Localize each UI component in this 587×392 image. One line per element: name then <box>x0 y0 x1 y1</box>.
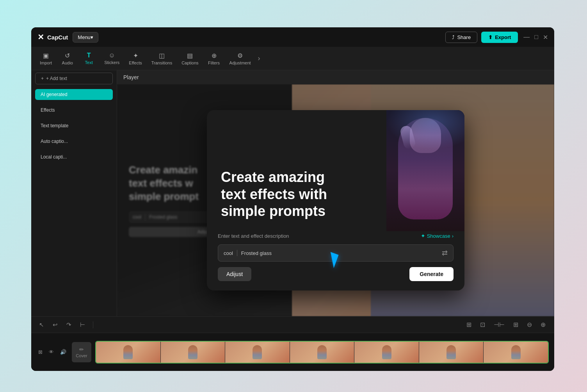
cover-label: Cover <box>76 353 87 358</box>
link-button[interactable]: ⊡ <box>477 319 488 330</box>
cover-icon: ✏ <box>79 346 84 353</box>
local-caption-label: Local capti... <box>41 154 67 160</box>
toolbar-item-filters[interactable]: ⊕ Filters <box>203 50 225 68</box>
video-frame-7 <box>484 342 548 363</box>
effects-sidebar-label: Effects <box>41 107 55 113</box>
player-header: Player <box>117 70 554 84</box>
cover-button[interactable]: ✏ Cover <box>72 342 91 362</box>
share-button[interactable]: ⤴ Share <box>445 32 477 43</box>
track-audio-button[interactable]: 🔊 <box>59 348 68 356</box>
undo-button[interactable]: ↩ <box>50 320 60 330</box>
transitions-icon: ◫ <box>159 52 165 59</box>
toolbar-item-audio[interactable]: ↺ Audio <box>57 50 78 68</box>
player-title: Player <box>123 74 139 80</box>
zoom-in-button[interactable]: ⊕ <box>537 319 549 330</box>
maximize-button[interactable]: □ <box>534 34 538 41</box>
video-frame-1 <box>96 342 161 363</box>
player-canvas: Create amazin text effects w simple prom… <box>117 84 554 316</box>
left-sidebar: + + Add text AI generated Effects Text t… <box>31 70 117 316</box>
sparkle-icon: ✦ <box>421 233 425 239</box>
title-bar: ✕ CapCut Menu▾ ⤴ Share ⬆ Export — □ ✕ <box>31 27 554 47</box>
capcut-logo-icon: ✕ <box>37 32 44 42</box>
modal-left: Create amazing text effects with simple … <box>207 110 386 231</box>
timeline-track-area: ⊠ 👁 🔊 ✏ Cover <box>31 333 554 371</box>
track-visibility-button[interactable]: 👁 <box>47 348 55 356</box>
share-icon: ⤴ <box>452 34 455 40</box>
select-tool-button[interactable]: ↖ <box>37 320 46 330</box>
auto-caption-button[interactable]: Auto captio... <box>35 136 113 147</box>
toolbar-item-transitions[interactable]: ◫ Transitions <box>147 50 177 68</box>
generate-label: Generate <box>420 271 443 277</box>
logo-text: CapCut <box>47 34 68 41</box>
audio-icon: ↺ <box>65 52 70 59</box>
video-frame-4 <box>290 342 355 363</box>
shuffle-icon: ⇄ <box>442 249 448 257</box>
import-label: Import <box>40 61 52 65</box>
text-template-button[interactable]: Text template <box>35 120 113 131</box>
toolbar-item-effects[interactable]: ✦ Effects <box>124 50 146 68</box>
window-controls: — □ ✕ <box>523 34 548 41</box>
action-row: Adijust Generate <box>218 267 454 281</box>
video-frame-6 <box>419 342 484 363</box>
add-text-button[interactable]: + + Add text <box>35 73 113 84</box>
export-button[interactable]: ⬆ Export <box>481 32 518 43</box>
close-button[interactable]: ✕ <box>543 34 548 41</box>
zoom-out-button[interactable]: ⊖ <box>524 319 535 330</box>
toolbar-item-adjustment[interactable]: ⚙ Adjustment <box>225 50 256 68</box>
input-tag: cool <box>224 250 233 256</box>
modal-subtext-row: Enter text and effect description ✦ Show… <box>218 231 454 239</box>
filters-icon: ⊕ <box>212 52 217 59</box>
add-text-label: + Add text <box>46 76 67 81</box>
export-icon: ⬆ <box>488 34 493 40</box>
stickers-icon: ☺ <box>109 52 115 59</box>
video-strip[interactable] <box>95 341 549 363</box>
filters-label: Filters <box>208 61 220 65</box>
effects-icon: ✦ <box>133 52 138 59</box>
import-icon: ▣ <box>43 52 49 59</box>
audio-label: Audio <box>62 61 73 65</box>
video-frame-3 <box>225 342 290 363</box>
text-icon: T <box>87 52 91 59</box>
captions-icon: ▤ <box>187 52 193 59</box>
toolbar-item-text[interactable]: T Text <box>78 50 100 67</box>
track-controls: ⊠ 👁 🔊 <box>37 348 68 356</box>
video-frame-2 <box>161 342 226 363</box>
input-value: Frosted glass <box>241 250 438 256</box>
input-divider <box>237 250 237 256</box>
fit-button[interactable]: ⊞ <box>463 319 475 330</box>
effects-sidebar-button[interactable]: Effects <box>35 105 113 116</box>
local-caption-button[interactable]: Local capti... <box>35 151 113 162</box>
align-button[interactable]: ⊣⊢ <box>491 319 508 330</box>
text-template-label: Text template <box>41 123 68 128</box>
shuffle-button[interactable]: ⇄ <box>442 249 448 257</box>
menu-button[interactable]: Menu▾ <box>73 32 98 43</box>
timeline-area: ↖ ↩ ↷ ⊢ ⊞ ⊡ ⊣⊢ ⊞ ⊖ ⊕ ⊠ 👁 🔊 ✏ Cove <box>31 316 554 371</box>
ai-generated-button[interactable]: AI generated <box>35 89 113 100</box>
toolbar-item-import[interactable]: ▣ Import <box>35 50 57 68</box>
adjust-button[interactable]: Adijust <box>218 267 251 281</box>
stickers-label: Stickers <box>104 60 119 65</box>
modal-subtext: Enter text and effect description <box>218 233 289 239</box>
grid-button[interactable]: ⊞ <box>510 319 521 330</box>
generate-button[interactable]: Generate <box>409 267 454 281</box>
adjust-label: Adijust <box>226 271 243 277</box>
modal-overlay: Create amazing text effects with simple … <box>117 84 554 316</box>
modal-headline-line1: Create amazing <box>221 169 325 185</box>
app-window: ✕ CapCut Menu▾ ⤴ Share ⬆ Export — □ ✕ ▣ … <box>31 27 554 371</box>
modal-headline-line3: simple prompts <box>221 203 326 219</box>
adjustment-label: Adjustment <box>229 61 251 65</box>
showcase-link[interactable]: ✦ Showcase › <box>421 233 454 239</box>
toolbar-item-captions[interactable]: ▤ Captions <box>177 50 203 68</box>
toolbar-item-stickers[interactable]: ☺ Stickers <box>100 50 124 67</box>
minimize-button[interactable]: — <box>523 34 530 41</box>
preview-area: Player Create amazin text effects w simp… <box>117 70 554 316</box>
modal-right-panel <box>386 110 464 231</box>
text-label: Text <box>85 60 93 65</box>
redo-button[interactable]: ↷ <box>64 320 74 330</box>
modal-headline: Create amazing text effects with simple … <box>221 169 372 219</box>
toolbar: ▣ Import ↺ Audio T Text ☺ Stickers ✦ Eff… <box>31 47 554 70</box>
split-button[interactable]: ⊢ <box>78 320 87 330</box>
track-lock-button[interactable]: ⊠ <box>37 348 44 356</box>
toolbar-more-button[interactable]: › <box>256 53 263 64</box>
video-frame-5 <box>354 342 419 363</box>
